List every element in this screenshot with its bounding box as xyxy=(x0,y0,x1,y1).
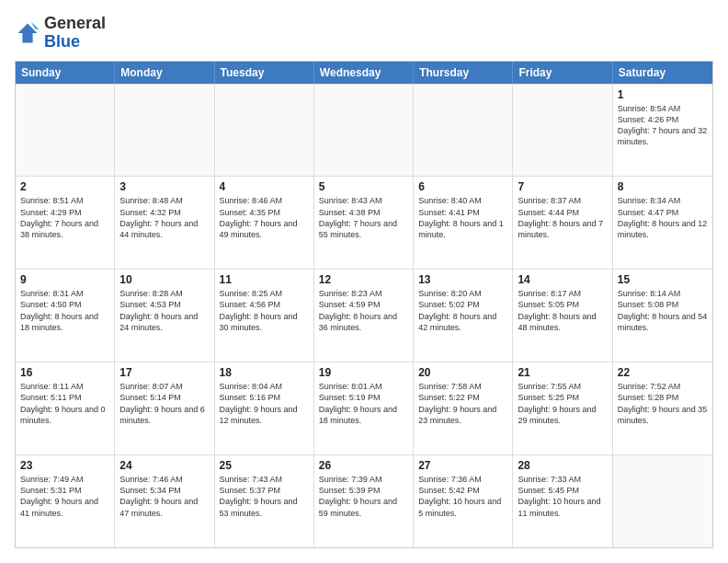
day-content: Sunrise: 8:25 AM Sunset: 4:56 PM Dayligh… xyxy=(220,288,309,333)
day-number: 3 xyxy=(119,180,209,193)
day-content: Sunrise: 8:43 AM Sunset: 4:38 PM Dayligh… xyxy=(319,195,408,240)
day-header-wednesday: Wednesday xyxy=(314,62,414,84)
calendar-week-1: 1Sunrise: 8:54 AM Sunset: 4:26 PM Daylig… xyxy=(16,84,712,177)
day-content: Sunrise: 7:43 AM Sunset: 5:37 PM Dayligh… xyxy=(220,474,309,519)
calendar-cell: 9Sunrise: 8:31 AM Sunset: 4:50 PM Daylig… xyxy=(16,270,115,362)
calendar: SundayMondayTuesdayWednesdayThursdayFrid… xyxy=(15,61,713,548)
day-number: 18 xyxy=(220,366,309,379)
calendar-cell: 5Sunrise: 8:43 AM Sunset: 4:38 PM Daylig… xyxy=(314,177,414,269)
day-content: Sunrise: 8:01 AM Sunset: 5:19 PM Dayligh… xyxy=(319,381,408,426)
day-header-thursday: Thursday xyxy=(414,62,513,84)
day-content: Sunrise: 8:46 AM Sunset: 4:35 PM Dayligh… xyxy=(220,195,309,240)
calendar-header: SundayMondayTuesdayWednesdayThursdayFrid… xyxy=(16,62,712,84)
day-content: Sunrise: 7:33 AM Sunset: 5:45 PM Dayligh… xyxy=(518,474,607,519)
day-content: Sunrise: 8:54 AM Sunset: 4:26 PM Dayligh… xyxy=(618,103,708,148)
day-number: 21 xyxy=(518,366,607,379)
day-number: 5 xyxy=(319,180,408,193)
calendar-cell: 13Sunrise: 8:20 AM Sunset: 5:02 PM Dayli… xyxy=(414,270,513,362)
calendar-cell xyxy=(314,85,414,177)
day-number: 7 xyxy=(518,180,607,193)
day-content: Sunrise: 8:37 AM Sunset: 4:44 PM Dayligh… xyxy=(518,195,607,240)
day-content: Sunrise: 8:23 AM Sunset: 4:59 PM Dayligh… xyxy=(319,288,408,333)
calendar-week-4: 16Sunrise: 8:11 AM Sunset: 5:11 PM Dayli… xyxy=(16,362,712,454)
day-content: Sunrise: 7:55 AM Sunset: 5:25 PM Dayligh… xyxy=(518,381,607,426)
day-number: 12 xyxy=(319,273,408,286)
logo: General Blue xyxy=(15,15,106,52)
day-content: Sunrise: 8:28 AM Sunset: 4:53 PM Dayligh… xyxy=(119,288,209,333)
day-content: Sunrise: 8:20 AM Sunset: 5:02 PM Dayligh… xyxy=(418,288,507,333)
calendar-cell: 3Sunrise: 8:48 AM Sunset: 4:32 PM Daylig… xyxy=(115,177,214,269)
calendar-cell xyxy=(613,455,712,547)
day-content: Sunrise: 8:14 AM Sunset: 5:08 PM Dayligh… xyxy=(618,288,708,333)
day-number: 15 xyxy=(618,273,708,286)
calendar-cell: 4Sunrise: 8:46 AM Sunset: 4:35 PM Daylig… xyxy=(215,177,314,269)
calendar-cell xyxy=(115,85,214,177)
day-content: Sunrise: 7:46 AM Sunset: 5:34 PM Dayligh… xyxy=(119,474,209,519)
day-header-sunday: Sunday xyxy=(16,62,115,84)
calendar-week-2: 2Sunrise: 8:51 AM Sunset: 4:29 PM Daylig… xyxy=(16,176,712,269)
calendar-body: 1Sunrise: 8:54 AM Sunset: 4:26 PM Daylig… xyxy=(16,84,712,547)
calendar-cell: 25Sunrise: 7:43 AM Sunset: 5:37 PM Dayli… xyxy=(215,455,314,547)
day-content: Sunrise: 8:04 AM Sunset: 5:16 PM Dayligh… xyxy=(220,381,309,426)
day-number: 11 xyxy=(220,273,309,286)
page: General Blue SundayMondayTuesdayWednesda… xyxy=(0,0,728,563)
day-number: 13 xyxy=(418,273,507,286)
calendar-cell: 18Sunrise: 8:04 AM Sunset: 5:16 PM Dayli… xyxy=(215,362,314,454)
calendar-cell: 12Sunrise: 8:23 AM Sunset: 4:59 PM Dayli… xyxy=(314,270,414,362)
calendar-cell: 14Sunrise: 8:17 AM Sunset: 5:05 PM Dayli… xyxy=(513,270,612,362)
calendar-cell: 20Sunrise: 7:58 AM Sunset: 5:22 PM Dayli… xyxy=(414,362,513,454)
day-number: 9 xyxy=(20,273,109,286)
calendar-cell: 26Sunrise: 7:39 AM Sunset: 5:39 PM Dayli… xyxy=(314,455,414,547)
calendar-cell: 28Sunrise: 7:33 AM Sunset: 5:45 PM Dayli… xyxy=(513,455,612,547)
calendar-week-3: 9Sunrise: 8:31 AM Sunset: 4:50 PM Daylig… xyxy=(16,269,712,362)
day-number: 22 xyxy=(618,366,708,379)
day-number: 17 xyxy=(119,366,209,379)
calendar-cell: 21Sunrise: 7:55 AM Sunset: 5:25 PM Dayli… xyxy=(513,362,612,454)
calendar-cell: 2Sunrise: 8:51 AM Sunset: 4:29 PM Daylig… xyxy=(16,177,115,269)
day-content: Sunrise: 8:48 AM Sunset: 4:32 PM Dayligh… xyxy=(119,195,209,240)
day-number: 4 xyxy=(220,180,309,193)
calendar-week-5: 23Sunrise: 7:49 AM Sunset: 5:31 PM Dayli… xyxy=(16,454,712,547)
day-header-friday: Friday xyxy=(513,62,612,84)
calendar-cell: 19Sunrise: 8:01 AM Sunset: 5:19 PM Dayli… xyxy=(314,362,414,454)
calendar-cell xyxy=(215,85,314,177)
day-content: Sunrise: 7:39 AM Sunset: 5:39 PM Dayligh… xyxy=(319,474,408,519)
calendar-cell: 27Sunrise: 7:36 AM Sunset: 5:42 PM Dayli… xyxy=(414,455,513,547)
day-number: 6 xyxy=(418,180,507,193)
calendar-cell xyxy=(414,85,513,177)
day-number: 27 xyxy=(418,459,507,472)
day-content: Sunrise: 8:07 AM Sunset: 5:14 PM Dayligh… xyxy=(119,381,209,426)
calendar-cell: 22Sunrise: 7:52 AM Sunset: 5:28 PM Dayli… xyxy=(613,362,712,454)
calendar-cell: 11Sunrise: 8:25 AM Sunset: 4:56 PM Dayli… xyxy=(215,270,314,362)
day-number: 20 xyxy=(418,366,507,379)
day-number: 8 xyxy=(618,180,708,193)
calendar-cell: 15Sunrise: 8:14 AM Sunset: 5:08 PM Dayli… xyxy=(613,270,712,362)
day-content: Sunrise: 8:31 AM Sunset: 4:50 PM Dayligh… xyxy=(20,288,109,333)
calendar-cell: 17Sunrise: 8:07 AM Sunset: 5:14 PM Dayli… xyxy=(115,362,214,454)
day-number: 2 xyxy=(20,180,109,193)
calendar-cell: 1Sunrise: 8:54 AM Sunset: 4:26 PM Daylig… xyxy=(613,85,712,177)
calendar-cell xyxy=(16,85,115,177)
day-number: 25 xyxy=(220,459,309,472)
header: General Blue xyxy=(15,15,713,52)
day-number: 28 xyxy=(518,459,607,472)
calendar-cell: 23Sunrise: 7:49 AM Sunset: 5:31 PM Dayli… xyxy=(16,455,115,547)
logo-text: General Blue xyxy=(44,15,106,52)
calendar-cell: 24Sunrise: 7:46 AM Sunset: 5:34 PM Dayli… xyxy=(115,455,214,547)
day-number: 1 xyxy=(618,88,708,101)
day-number: 16 xyxy=(20,366,109,379)
day-content: Sunrise: 8:51 AM Sunset: 4:29 PM Dayligh… xyxy=(20,195,109,240)
calendar-cell: 8Sunrise: 8:34 AM Sunset: 4:47 PM Daylig… xyxy=(613,177,712,269)
calendar-cell: 16Sunrise: 8:11 AM Sunset: 5:11 PM Dayli… xyxy=(16,362,115,454)
calendar-cell: 7Sunrise: 8:37 AM Sunset: 4:44 PM Daylig… xyxy=(513,177,612,269)
day-content: Sunrise: 8:40 AM Sunset: 4:41 PM Dayligh… xyxy=(418,195,507,240)
day-content: Sunrise: 8:34 AM Sunset: 4:47 PM Dayligh… xyxy=(618,195,708,240)
day-number: 14 xyxy=(518,273,607,286)
day-content: Sunrise: 7:58 AM Sunset: 5:22 PM Dayligh… xyxy=(418,381,507,426)
day-header-saturday: Saturday xyxy=(613,62,712,84)
day-content: Sunrise: 7:52 AM Sunset: 5:28 PM Dayligh… xyxy=(618,381,708,426)
day-header-monday: Monday xyxy=(115,62,214,84)
calendar-cell: 6Sunrise: 8:40 AM Sunset: 4:41 PM Daylig… xyxy=(414,177,513,269)
logo-icon xyxy=(15,20,40,46)
day-content: Sunrise: 8:11 AM Sunset: 5:11 PM Dayligh… xyxy=(20,381,109,426)
